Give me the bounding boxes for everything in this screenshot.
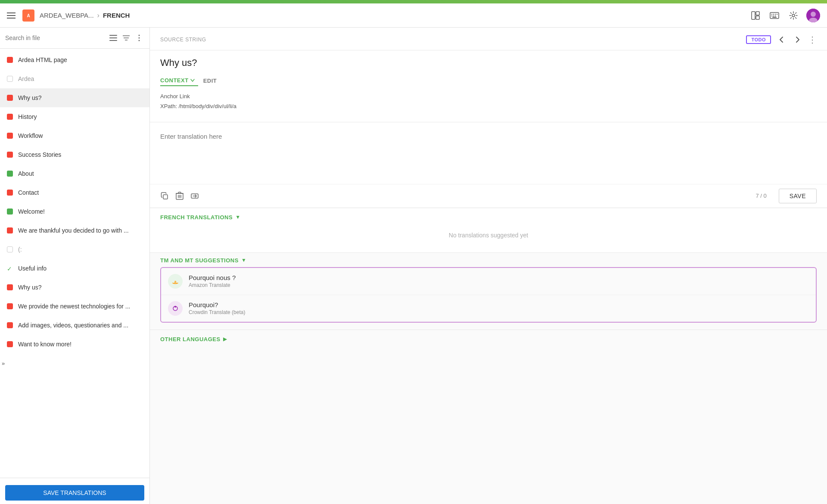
header-right [749, 9, 820, 22]
sidebar-item-label: Add images, videos, questionaries and ..… [18, 322, 143, 329]
sidebar-item-success-stories[interactable]: Success Stories [0, 145, 149, 164]
settings-icon[interactable] [787, 9, 799, 22]
status-dot-gray [7, 76, 13, 82]
french-translations-header[interactable]: FRENCH TRANSLATIONS ▼ [150, 208, 827, 225]
status-dot-red [7, 322, 13, 328]
save-button[interactable]: SAVE [779, 189, 817, 203]
project-icon: A [22, 9, 34, 22]
context-type: Anchor Link [160, 91, 817, 101]
svg-point-24 [139, 35, 140, 36]
sidebar-item-workflow[interactable]: Workflow [0, 126, 149, 145]
status-dot-green [7, 171, 13, 177]
search-input[interactable] [5, 34, 105, 41]
sidebar-item-history[interactable]: History [0, 107, 149, 126]
header-controls: TODO ⋮ [746, 34, 817, 46]
breadcrumb: ARDEA_WEBPA... › FRENCH [40, 12, 130, 19]
source-string-label: SOURCE STRING [160, 37, 206, 43]
sidebar-item-label: Ardea HTML page [18, 56, 143, 63]
sidebar-item-paren[interactable]: (: [0, 240, 149, 259]
filter-icon[interactable] [121, 33, 131, 43]
tm-mt-section: TM AND MT SUGGESTIONS ▼ a Pour [150, 253, 827, 330]
other-languages-arrow: ▶ [223, 336, 227, 342]
sidebar-item-ardea[interactable]: Ardea [0, 69, 149, 88]
context-xpath: XPath: /html/body/div/div/ul/li/a [160, 101, 817, 111]
sidebar-item-label: (: [18, 246, 143, 253]
suggestion-main: Pourquoi nous ? [189, 274, 809, 281]
sidebar-item-newest-tech[interactable]: We provide the newest technologies for .… [0, 297, 149, 316]
sidebar-item-label: Ardea [18, 75, 143, 82]
sidebar-item-about[interactable]: About [0, 164, 149, 183]
french-translations-section: FRENCH TRANSLATIONS ▼ No translations su… [150, 208, 827, 253]
tab-context[interactable]: CONTEXT [160, 75, 198, 86]
svg-rect-7 [773, 14, 774, 15]
tab-edit[interactable]: EDIT [198, 76, 222, 86]
save-translations-button[interactable]: SAVE TRANSLATIONS [5, 485, 144, 501]
status-check-icon: ✓ [7, 265, 13, 271]
top-bar [0, 0, 827, 3]
sidebar-item-label: Workflow [18, 132, 143, 139]
tm-mt-header[interactable]: TM AND MT SUGGESTIONS ▼ [150, 253, 827, 267]
header-left: A ARDEA_WEBPA... › FRENCH [7, 9, 130, 22]
svg-rect-20 [109, 40, 117, 41]
french-translations-arrow: ▼ [235, 214, 240, 220]
list-view-icon[interactable] [108, 33, 118, 43]
layout-icon[interactable] [749, 9, 762, 22]
sidebar-item-label: Why us? [18, 94, 143, 101]
sidebar-item-contact[interactable]: Contact [0, 183, 149, 202]
source-string-text: Why us? [160, 57, 817, 68]
svg-point-14 [792, 14, 795, 17]
svg-rect-27 [163, 195, 168, 199]
user-avatar[interactable] [806, 9, 820, 22]
tab-context-label: CONTEXT [160, 77, 189, 84]
suggestion-amazon[interactable]: a Pourquoi nous ? Amazon Translate [161, 268, 816, 295]
tm-mt-title: TM AND MT SUGGESTIONS [160, 257, 239, 264]
tabs-row: CONTEXT EDIT [160, 75, 817, 86]
suggestion-amazon-text: Pourquoi nous ? Amazon Translate [189, 274, 809, 288]
sidebar-item-want-to-know[interactable]: Want to know more! [0, 335, 149, 354]
other-languages-header[interactable]: OTHER LANGUAGES ▶ [150, 330, 827, 347]
suggestions-box: a Pourquoi nous ? Amazon Translate [160, 267, 817, 323]
svg-rect-12 [775, 16, 776, 16]
suggestion-crowdin-text: Pourquoi? Crowdin Translate (beta) [189, 301, 809, 315]
next-button[interactable] [792, 34, 804, 46]
status-dot-red [7, 341, 13, 347]
sidebar-item-add-images[interactable]: Add images, videos, questionaries and ..… [0, 316, 149, 335]
hamburger-menu[interactable] [7, 10, 17, 21]
sidebar-item-welcome[interactable]: Welcome! [0, 202, 149, 221]
sidebar-item-why-us[interactable]: Why us? [0, 88, 149, 107]
svg-rect-3 [756, 12, 759, 15]
sidebar-item-label: We are thankful you decided to go with .… [18, 227, 143, 234]
sidebar-item-label: About [18, 170, 143, 177]
suggestion-crowdin[interactable]: Pourquoi? Crowdin Translate (beta) [161, 295, 816, 322]
prev-button[interactable] [775, 34, 787, 46]
more-options-icon[interactable] [134, 33, 144, 43]
keyboard-icon[interactable] [768, 9, 780, 22]
status-dot-red [7, 133, 13, 139]
sidebar-item-why-us-2[interactable]: Why us? [0, 278, 149, 297]
sidebar-item-thankful[interactable]: We are thankful you decided to go with .… [0, 221, 149, 240]
search-actions [108, 33, 144, 43]
translation-input[interactable] [150, 122, 827, 183]
svg-rect-4 [756, 16, 759, 19]
sidebar: Ardea HTML page Ardea Why us? History Wo… [0, 28, 150, 504]
breadcrumb-project[interactable]: ARDEA_WEBPA... [40, 12, 94, 19]
source-string-content: Why us? CONTEXT EDIT Anchor Link XPath: … [150, 50, 827, 122]
copy-source-icon[interactable] [160, 192, 169, 200]
svg-rect-13 [772, 17, 777, 18]
sidebar-item-ardea-html-page[interactable]: Ardea HTML page [0, 50, 149, 69]
svg-rect-9 [777, 14, 777, 15]
svg-rect-2 [752, 12, 755, 19]
status-dot-red [7, 152, 13, 158]
more-items-button[interactable]: » [0, 354, 149, 373]
char-count: 7 / 0 [755, 193, 766, 199]
more-options-dots[interactable]: ⋮ [808, 34, 817, 45]
expand-icon[interactable] [190, 192, 199, 200]
translation-toolbar: 7 / 0 SAVE [150, 184, 827, 208]
suggestion-main: Pourquoi? [189, 301, 809, 308]
sidebar-item-useful-info[interactable]: ✓ Useful info [0, 259, 149, 278]
status-dot-red [7, 114, 13, 120]
sidebar-list: Ardea HTML page Ardea Why us? History Wo… [0, 49, 149, 478]
delete-icon[interactable] [176, 192, 183, 200]
crowdin-icon [168, 301, 183, 316]
sidebar-item-label: Success Stories [18, 151, 143, 158]
